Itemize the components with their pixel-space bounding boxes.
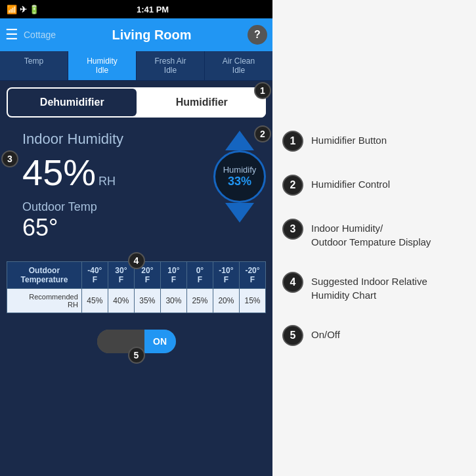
chart-section: 4 OutdoorTemperature -40°F 30°F 20°F 10°… [7, 261, 266, 313]
legend-badge-2: 2 [282, 175, 303, 196]
legend-item-4: 4 Suggested Indoor RelativeHumidity Char… [282, 272, 466, 302]
outdoor-temp-label: Outdoor Temp [22, 200, 123, 214]
legend-text-2: Humidifier Control [311, 175, 390, 191]
table-cell-30: 30% [160, 289, 186, 313]
table-cell-35: 35% [134, 289, 160, 313]
humidity-left: Indoor Humidity 45% RH Outdoor Temp 65° [22, 131, 123, 242]
tab-humidity[interactable]: HumidityIdle [68, 51, 137, 80]
outdoor-temp-value: 65° [22, 214, 123, 242]
table-cell-25: 25% [186, 289, 213, 313]
phone-container: 📶 ✈ 🔋 1:41 PM ☰ Cottage Living Room ? Te… [0, 0, 272, 476]
badge-5: 5 [128, 347, 145, 364]
dehumidifier-button[interactable]: Dehumidifier [8, 89, 137, 116]
knob-value: 33% [228, 175, 251, 188]
mode-toggle-wrapper: Dehumidifier Humidifier 1 [7, 87, 266, 118]
arrow-down-icon[interactable] [225, 203, 254, 223]
table-header-m20: -20°F [239, 262, 265, 289]
table-cell-45: 45% [81, 289, 108, 313]
legend-text-1: Humidifier Button [311, 131, 387, 147]
humidity-area: Indoor Humidity 45% RH Outdoor Temp 65° … [7, 124, 266, 248]
badge-4: 4 [128, 252, 145, 269]
status-bar: 📶 ✈ 🔋 1:41 PM [0, 0, 272, 18]
legend-badge-3: 3 [282, 219, 303, 240]
status-time: 1:41 PM [137, 5, 169, 14]
table-header-0: 0°F [186, 262, 213, 289]
help-button[interactable]: ? [248, 25, 267, 45]
humidifier-button[interactable]: Humidifier [138, 87, 267, 118]
table-header-10: 10°F [160, 262, 186, 289]
toggle-on-part: ON [144, 330, 176, 353]
tab-air-clean[interactable]: Air CleanIdle [205, 51, 272, 80]
humidity-row: 3 Indoor Humidity 45% RH Outdoor Temp 65… [7, 124, 266, 248]
legend-badge-1: 1 [282, 131, 303, 152]
status-left: 📶 ✈ 🔋 [7, 5, 39, 14]
table-header-m10: -10°F [213, 262, 239, 289]
location-label: Cottage [24, 30, 56, 40]
main-content: Dehumidifier Humidifier 1 3 Indoor Humid… [0, 81, 272, 476]
humidity-number: 45% [22, 151, 96, 194]
legend-text-5: On/Off [311, 325, 340, 341]
knob-label: Humidify [223, 165, 257, 175]
control-knob[interactable]: Humidify 33% [213, 131, 266, 223]
legend-item-3: 3 Indoor Humidity/Outdoor Tempature Disp… [282, 219, 466, 249]
table-header-outdoor: OutdoorTemperature [7, 262, 82, 289]
badge-1: 1 [254, 82, 271, 99]
legend-text-3: Indoor Humidity/Outdoor Tempature Displa… [311, 219, 431, 249]
knob-circle[interactable]: Humidify 33% [213, 150, 266, 203]
onoff-section: ON 5 [7, 330, 266, 353]
tab-fresh-air[interactable]: Fresh AirIdle [137, 51, 205, 80]
humidity-value: 45% RH [22, 151, 123, 194]
status-icons-left: 📶 ✈ 🔋 [7, 5, 39, 14]
legend-item-1: 1 Humidifier Button [282, 131, 466, 152]
control-knob-wrapper: 2 Humidify 33% [213, 131, 266, 223]
tab-bar: Temp HumidityIdle Fresh AirIdle Air Clea… [0, 51, 272, 81]
tab-temp[interactable]: Temp [0, 51, 68, 80]
table-cell-20: 20% [213, 289, 239, 313]
table-header-m40: -40°F [81, 262, 108, 289]
app-header: ☰ Cottage Living Room ? [0, 18, 272, 51]
table-cell-40: 40% [108, 289, 134, 313]
humidity-unit: RH [98, 175, 116, 188]
arrow-up-icon[interactable] [225, 131, 254, 150]
table-cell-15: 15% [239, 289, 265, 313]
legend-panel: 1 Humidifier Button 2 Humidifier Control… [272, 0, 476, 476]
legend-text-4: Suggested Indoor RelativeHumidity Chart [311, 272, 427, 302]
legend-badge-5: 5 [282, 325, 303, 346]
room-title: Living Room [61, 28, 242, 43]
indoor-humidity-label: Indoor Humidity [22, 131, 123, 148]
mode-toggle: Dehumidifier Humidifier [7, 87, 266, 118]
legend-badge-4: 4 [282, 272, 303, 293]
legend-item-2: 2 Humidifier Control [282, 175, 466, 196]
menu-icon[interactable]: ☰ [5, 26, 18, 43]
legend-item-5: 5 On/Off [282, 325, 466, 346]
badge-3: 3 [1, 150, 18, 167]
table-row-header: RecommendedRH [7, 289, 82, 313]
